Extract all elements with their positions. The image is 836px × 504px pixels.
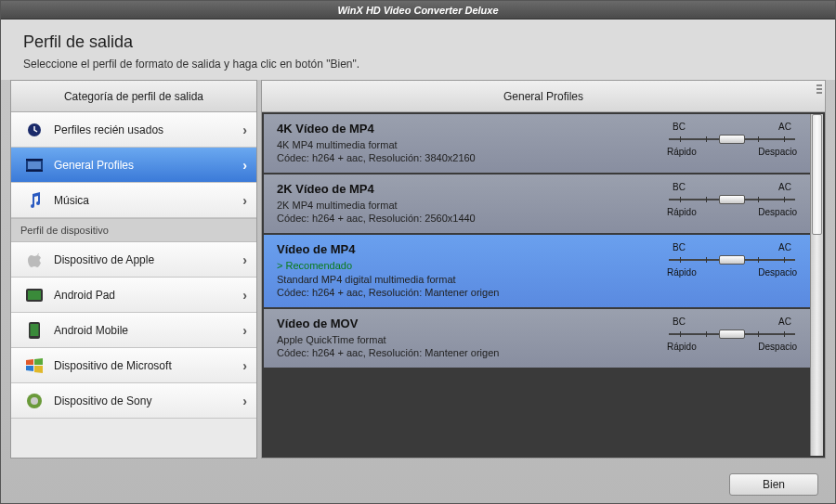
quality-slider[interactable] bbox=[667, 254, 797, 265]
quality-control: BC AC Rápido Despacio bbox=[667, 182, 797, 224]
sidebar-item-recent[interactable]: Perfiles recién usados › bbox=[11, 112, 256, 148]
recommended-label: > Recomendado bbox=[277, 260, 667, 271]
sony-icon bbox=[24, 391, 45, 411]
profile-list: 4K Vídeo de MP4 4K MP4 multimedia format… bbox=[262, 112, 825, 458]
quality-slow-label: Despacio bbox=[758, 267, 797, 278]
slider-knob[interactable] bbox=[719, 135, 745, 144]
profile-row[interactable]: Vídeo de MOV Apple QuickTime format Códe… bbox=[264, 309, 810, 368]
svg-rect-3 bbox=[26, 159, 43, 161]
profile-title: 4K Vídeo de MP4 bbox=[277, 122, 667, 136]
slider-knob[interactable] bbox=[719, 330, 745, 339]
music-icon bbox=[24, 190, 45, 211]
quality-slider[interactable] bbox=[667, 329, 797, 340]
history-icon bbox=[24, 120, 45, 140]
ok-button[interactable]: Bien bbox=[729, 473, 818, 496]
profile-title: Vídeo de MP4 bbox=[277, 242, 667, 256]
profile-codec: Códec: h264 + aac, Resolución: Mantener … bbox=[277, 287, 667, 298]
chevron-right-icon: › bbox=[242, 193, 247, 208]
quality-bc-label: BC bbox=[673, 317, 686, 327]
quality-ac-label: AC bbox=[778, 317, 791, 327]
quality-slider[interactable] bbox=[667, 194, 797, 205]
profile-codec: Códec: h264 + aac, Resolución: Mantener … bbox=[277, 347, 667, 358]
category-sidebar: Categoría de perfil de salida Perfiles r… bbox=[10, 80, 257, 459]
android-pad-icon bbox=[24, 285, 45, 305]
quality-ac-label: AC bbox=[778, 242, 791, 252]
sidebar-item-label: Dispositivo de Microsoft bbox=[54, 359, 242, 372]
sidebar-item-microsoft[interactable]: Dispositivo de Microsoft › bbox=[11, 348, 256, 383]
sidebar-item-label: Música bbox=[54, 194, 242, 207]
profile-codec: Códec: h264 + aac, Resolución: 3840x2160 bbox=[277, 152, 667, 163]
chevron-right-icon: › bbox=[242, 323, 247, 338]
svg-rect-8 bbox=[31, 324, 39, 336]
sidebar-header: Categoría de perfil de salida bbox=[11, 81, 256, 112]
sidebar-item-label: Perfiles recién usados bbox=[54, 123, 242, 136]
svg-point-10 bbox=[31, 397, 38, 405]
profile-desc: Standard MP4 digital multimedia format bbox=[277, 274, 667, 285]
panel-grip-icon bbox=[816, 84, 822, 94]
page-subtitle: Seleccione el perfil de formato de salid… bbox=[23, 58, 816, 71]
page-title: Perfil de salida bbox=[23, 32, 816, 52]
sidebar-item-label: Android Mobile bbox=[54, 324, 242, 337]
chevron-right-icon: › bbox=[242, 252, 247, 267]
profile-row[interactable]: Vídeo de MP4 > Recomendado Standard MP4 … bbox=[264, 235, 810, 307]
app-title: WinX HD Video Converter Deluxe bbox=[337, 5, 498, 16]
film-icon bbox=[24, 155, 45, 175]
chevron-right-icon: › bbox=[242, 394, 247, 408]
profile-info: Vídeo de MP4 > Recomendado Standard MP4 … bbox=[277, 242, 667, 298]
dialog-header: Perfil de salida Seleccione el perfil de… bbox=[1, 19, 835, 80]
sidebar-item-android-pad[interactable]: Android Pad › bbox=[11, 278, 256, 313]
sidebar-item-sony[interactable]: Dispositivo de Sony › bbox=[11, 383, 256, 419]
profile-desc: Apple QuickTime format bbox=[277, 334, 667, 345]
quality-control: BC AC Rápido Despacio bbox=[667, 317, 797, 358]
quality-ac-label: AC bbox=[778, 122, 791, 132]
dialog-body: Categoría de perfil de salida Perfiles r… bbox=[1, 80, 835, 466]
slider-knob[interactable] bbox=[719, 195, 745, 204]
chevron-right-icon: › bbox=[242, 288, 247, 303]
chevron-right-icon: › bbox=[242, 158, 247, 173]
profile-title: Vídeo de MOV bbox=[277, 317, 667, 330]
sidebar-item-music[interactable]: Música › bbox=[11, 183, 256, 218]
dialog-footer: Bien bbox=[1, 466, 835, 503]
quality-fast-label: Rápido bbox=[667, 207, 697, 217]
profile-title: 2K Vídeo de MP4 bbox=[277, 182, 667, 196]
chevron-right-icon: › bbox=[242, 123, 247, 137]
profile-info: Vídeo de MOV Apple QuickTime format Códe… bbox=[277, 317, 667, 358]
sidebar-item-android-mobile[interactable]: Android Mobile › bbox=[11, 313, 256, 348]
profile-panel: General Profiles 4K Vídeo de MP4 4K MP4 … bbox=[261, 80, 826, 459]
ok-button-label: Bien bbox=[763, 478, 785, 491]
sidebar-item-label: General Profiles bbox=[54, 159, 242, 172]
quality-bc-label: BC bbox=[673, 242, 686, 252]
quality-slow-label: Despacio bbox=[758, 342, 797, 352]
profile-row[interactable]: 4K Vídeo de MP4 4K MP4 multimedia format… bbox=[264, 114, 810, 173]
windows-icon bbox=[24, 355, 45, 376]
sidebar-item-label: Dispositivo de Apple bbox=[54, 253, 242, 266]
svg-rect-6 bbox=[28, 291, 41, 300]
chevron-right-icon: › bbox=[242, 358, 247, 373]
quality-fast-label: Rápido bbox=[667, 267, 697, 278]
quality-ac-label: AC bbox=[778, 182, 791, 192]
quality-bc-label: BC bbox=[673, 122, 686, 132]
sidebar-item-general[interactable]: General Profiles › bbox=[11, 148, 256, 183]
scrollbar[interactable] bbox=[810, 114, 823, 456]
profile-desc: 4K MP4 multimedia format bbox=[277, 139, 667, 150]
profile-panel-title: General Profiles bbox=[503, 90, 583, 103]
svg-rect-4 bbox=[26, 170, 43, 172]
quality-control: BC AC Rápido Despacio bbox=[667, 242, 797, 298]
app-window: WinX HD Video Converter Deluxe Perfil de… bbox=[0, 0, 836, 504]
sidebar-item-label: Android Pad bbox=[54, 289, 242, 302]
sidebar-item-apple[interactable]: Dispositivo de Apple › bbox=[11, 242, 256, 278]
quality-fast-label: Rápido bbox=[667, 342, 697, 352]
profile-codec: Códec: h264 + aac, Resolución: 2560x1440 bbox=[277, 213, 667, 224]
profile-info: 4K Vídeo de MP4 4K MP4 multimedia format… bbox=[277, 122, 667, 163]
scrollbar-thumb[interactable] bbox=[812, 114, 822, 235]
sidebar-item-label: Dispositivo de Sony bbox=[54, 394, 242, 407]
quality-bc-label: BC bbox=[673, 182, 686, 192]
apple-icon bbox=[24, 250, 45, 270]
quality-fast-label: Rápido bbox=[667, 147, 697, 157]
profile-panel-header: General Profiles bbox=[262, 81, 825, 112]
slider-knob[interactable] bbox=[719, 255, 745, 265]
titlebar: WinX HD Video Converter Deluxe bbox=[1, 1, 835, 19]
android-mobile-icon bbox=[24, 320, 45, 341]
quality-slider[interactable] bbox=[667, 134, 797, 145]
profile-row[interactable]: 2K Vídeo de MP4 2K MP4 multimedia format… bbox=[264, 174, 810, 233]
